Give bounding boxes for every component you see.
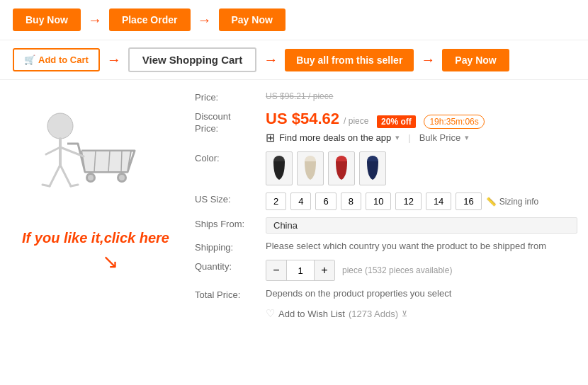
size-row: US Size: 2 4 6 8 10 12 14 16 📏 Sizing in… — [195, 192, 577, 210]
size-label: US Size: — [195, 192, 266, 205]
size-12[interactable]: 12 — [395, 192, 421, 210]
wishlist-dropdown-icon[interactable]: ⊻ — [402, 309, 407, 318]
quantity-row: Quantity: − + piece (1532 pieces availab… — [195, 260, 577, 281]
arrow-icon-2: → — [198, 12, 212, 28]
color-swatches — [266, 151, 577, 185]
svg-line-14 — [43, 185, 50, 186]
divider: | — [408, 132, 410, 143]
bulk-price-link[interactable]: Bulk Price — [419, 132, 461, 143]
cart-icon: 🛒 — [24, 54, 35, 65]
discount-value: US $54.62 / piece 20% off 19h:35m:06s ⊞ … — [266, 110, 577, 144]
deals-dropdown-icon[interactable]: ▾ — [395, 133, 400, 142]
svg-point-6 — [119, 175, 125, 180]
price-row: Price: US $96.21 / piece — [195, 91, 577, 103]
color-label: Color: — [195, 151, 266, 163]
main-content: If you like it,click here ↘ Price: US $9… — [0, 80, 588, 338]
left-panel: If you like it,click here ↘ — [0, 87, 184, 331]
svg-line-13 — [50, 165, 60, 186]
qr-icon: ⊞ — [266, 131, 275, 144]
discount-price: US $54.62 — [266, 110, 344, 127]
discount-label: DiscountPrice: — [195, 110, 266, 135]
arrow-icon-1: → — [88, 12, 102, 28]
total-label: Total Price: — [195, 288, 266, 300]
ships-from-value[interactable]: China — [266, 217, 577, 234]
add-to-cart-button[interactable]: 🛒 Add to Cart — [13, 48, 100, 71]
price-label: Price: — [195, 91, 266, 103]
quantity-available: piece (1532 pieces available) — [342, 265, 452, 275]
size-10[interactable]: 10 — [366, 192, 391, 210]
color-swatch-black[interactable] — [266, 151, 293, 185]
size-14[interactable]: 14 — [426, 192, 451, 210]
svg-line-2 — [121, 151, 122, 172]
quantity-increase-button[interactable]: + — [315, 260, 334, 280]
quantity-stepper: − + — [266, 260, 335, 281]
size-16[interactable]: 16 — [456, 192, 481, 210]
call-to-action-text: If you like it,click here — [15, 229, 169, 247]
size-2[interactable]: 2 — [266, 192, 286, 210]
svg-line-11 — [46, 147, 60, 154]
total-value: Depends on the product properties you se… — [266, 288, 577, 299]
arrow-icon-5: → — [421, 52, 435, 68]
wishlist-count: (1273 Adds) — [349, 309, 398, 319]
pay-now-bottom-button[interactable]: Pay Now — [442, 49, 509, 71]
pay-now-top-button[interactable]: Pay Now — [219, 8, 285, 31]
size-4[interactable]: 4 — [290, 192, 311, 210]
heart-icon: ♡ — [266, 307, 275, 320]
quantity-label: Quantity: — [195, 260, 266, 272]
svg-point-4 — [88, 175, 94, 180]
arrow-icon-4: → — [264, 52, 278, 68]
arrow-icon-3: → — [107, 52, 121, 68]
discount-badge: 20% off — [377, 115, 416, 128]
svg-line-12 — [60, 165, 71, 186]
ruler-icon: 📏 — [486, 197, 497, 207]
color-swatch-white[interactable] — [297, 151, 324, 185]
shipping-row: Shipping: Please select which country yo… — [195, 241, 577, 253]
place-order-button[interactable]: Place Order — [109, 8, 191, 31]
color-swatch-red[interactable] — [328, 151, 355, 185]
total-price-row: Total Price: Depends on the product prop… — [195, 288, 577, 300]
size-8[interactable]: 8 — [341, 192, 361, 210]
svg-line-15 — [71, 185, 78, 186]
buy-from-seller-button[interactable]: Buy all from this seller — [285, 49, 414, 71]
ships-from-row: Ships From: China — [195, 217, 577, 234]
top-action-bar: Buy Now → Place Order → Pay Now — [0, 0, 588, 40]
shipping-label: Shipping: — [195, 241, 266, 253]
deals-text[interactable]: Find more deals on the app — [279, 132, 391, 143]
shipping-text: Please select which country you want the… — [266, 241, 577, 251]
quantity-input[interactable] — [286, 260, 315, 280]
wishlist-text: Add to Wish List — [278, 309, 345, 319]
original-price: US $96.21 / piece — [266, 91, 577, 101]
right-panel: Price: US $96.21 / piece DiscountPrice: … — [184, 87, 588, 331]
wishlist-spacer — [195, 307, 266, 309]
deals-row: ⊞ Find more deals on the app ▾ | Bulk Pr… — [266, 131, 577, 144]
wishlist-row: ♡ Add to Wish List (1273 Adds) ⊻ — [195, 307, 577, 320]
bulk-dropdown-icon[interactable]: ▾ — [465, 133, 469, 142]
color-swatch-blue[interactable] — [359, 151, 386, 185]
discount-price-row: DiscountPrice: US $54.62 / piece 20% off… — [195, 110, 577, 144]
svg-point-8 — [47, 113, 73, 139]
size-6[interactable]: 6 — [315, 192, 336, 210]
add-to-wishlist-button[interactable]: ♡ Add to Wish List (1273 Adds) ⊻ — [266, 307, 577, 320]
color-row: Color: — [195, 151, 577, 185]
buy-now-button[interactable]: Buy Now — [13, 8, 81, 31]
ships-from-label: Ships From: — [195, 217, 266, 229]
sizing-info-link[interactable]: 📏 Sizing info — [486, 197, 538, 207]
size-buttons: 2 4 6 8 10 12 14 16 📏 Sizing info — [266, 192, 577, 210]
down-arrow-icon: ↘ — [67, 250, 118, 273]
view-cart-button[interactable]: View Shopping Cart — [128, 47, 256, 72]
product-image — [21, 94, 163, 222]
quantity-decrease-button[interactable]: − — [266, 260, 286, 280]
cart-action-bar: 🛒 Add to Cart → View Shopping Cart → Buy… — [0, 40, 588, 80]
quantity-controls: − + piece (1532 pieces available) — [266, 260, 577, 281]
countdown-timer: 19h:35m:06s — [424, 115, 484, 129]
